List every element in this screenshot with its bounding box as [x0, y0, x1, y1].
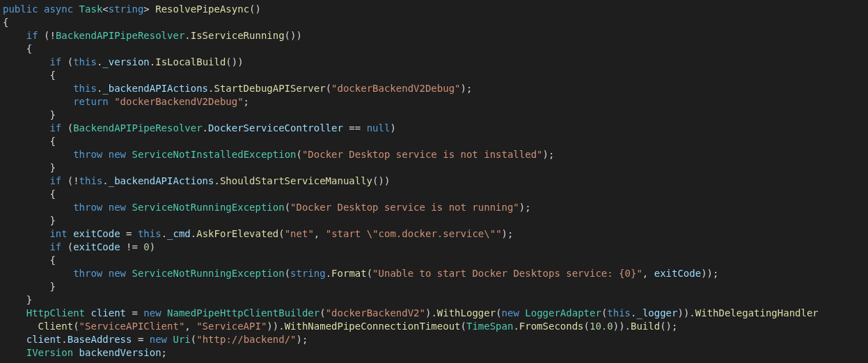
code-line: throw new ServiceNotRunningException("Do…: [3, 202, 531, 213]
code-line: throw new ServiceNotInstalledException("…: [3, 149, 554, 160]
code-line: throw new ServiceNotRunningException(str…: [3, 268, 718, 279]
code-line: Client("ServiceAPIClient", "ServiceAPI")…: [3, 321, 677, 332]
code-line: }: [3, 281, 56, 292]
code-line: {: [3, 43, 32, 54]
code-line: this._backendAPIActions.StartDebugAPISer…: [3, 83, 472, 94]
code-editor[interactable]: public async Task<string> ResolvePipeAsy…: [0, 0, 868, 360]
code-line: }: [3, 215, 56, 226]
code-line: if (this._version.IsLocalBuild()): [3, 56, 244, 67]
code-line: {: [3, 136, 56, 147]
code-line: {: [3, 70, 56, 81]
code-line: client.BaseAddress = new Uri("http://bac…: [3, 334, 308, 345]
code-line: }: [3, 162, 56, 173]
code-line: }: [3, 294, 32, 305]
code-line: {: [3, 255, 56, 266]
code-line: return "dockerBackendV2Debug";: [3, 96, 249, 107]
code-line: int exitCode = this._cmd.AskForElevated(…: [3, 228, 513, 239]
code-line: if (exitCode != 0): [3, 241, 155, 252]
code-line: {: [3, 17, 8, 28]
code-line: }: [3, 109, 56, 120]
code-line: IVersion backendVersion;: [3, 347, 167, 358]
code-line: HttpClient client = new NamedPipeHttpCli…: [3, 307, 819, 318]
code-line: if (!this._backendAPIActions.ShouldStart…: [3, 175, 390, 186]
code-line: public async Task<string> ResolvePipeAsy…: [3, 3, 261, 15]
code-line: if (!BackendAPIPipeResolver.IsServiceRun…: [3, 30, 302, 41]
code-line: if (BackendAPIPipeResolver.DockerService…: [3, 122, 396, 134]
code-line: {: [3, 188, 56, 200]
